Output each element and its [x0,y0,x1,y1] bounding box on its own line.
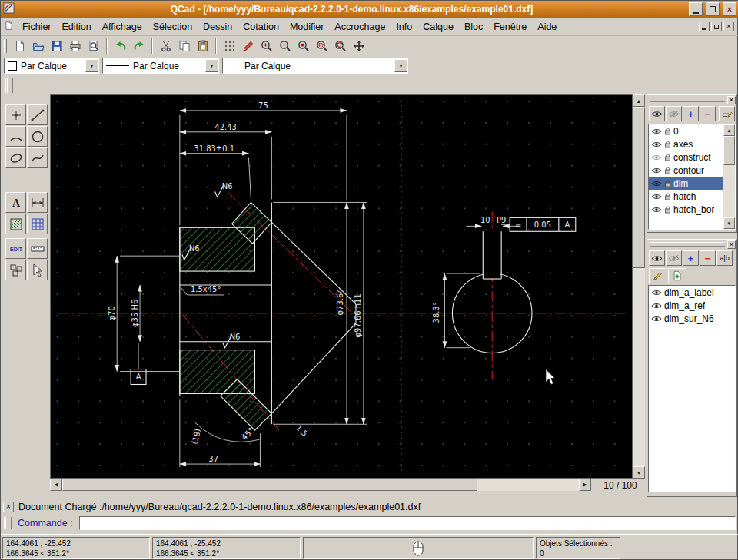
add-layer-button[interactable]: + [683,106,699,121]
show-all-layers-button[interactable] [649,106,665,121]
paste-button[interactable] [194,38,211,55]
tools-drag-handle[interactable] [5,78,13,93]
menu-info[interactable]: Info [391,19,417,35]
horizontal-scrollbar[interactable]: ◀ ▶ [50,479,591,491]
menu-fenetre[interactable]: Fenêtre [488,19,532,35]
block-row[interactable]: dim_a_ref [649,299,735,312]
color-combobox[interactable]: Par Calque ▼ [4,58,99,74]
mdi-restore-button[interactable] [711,22,722,31]
toolbar-drag-handle[interactable] [4,39,7,53]
chevron-down-icon[interactable]: ▼ [85,59,98,72]
layer-row[interactable]: hatch [649,190,735,203]
block-row[interactable]: dim_sur_N6 [649,312,735,325]
add-block-button[interactable]: + [683,250,699,266]
zoom-in-button[interactable] [258,38,275,55]
menu-calque[interactable]: Calque [417,19,459,35]
arc-tool-button[interactable] [5,126,26,147]
layer-row[interactable]: axes [649,138,735,151]
vertical-scrollbar-thumb[interactable] [633,107,645,268]
block-panel-titlebar[interactable]: × [647,240,736,249]
layer-panel-titlebar[interactable]: × [647,95,736,104]
scroll-left-icon[interactable]: ◀ [50,479,62,491]
menu-aide[interactable]: Aide [532,19,562,35]
padlock-icon[interactable] [664,193,671,200]
new-file-button[interactable] [11,38,28,55]
image-tool-button[interactable] [27,214,48,234]
mdi-close-button[interactable]: × [723,22,734,31]
insert-block-button[interactable] [668,268,686,283]
copy-button[interactable] [175,38,193,55]
eye-icon[interactable] [651,315,662,323]
hide-all-blocks-button[interactable] [666,250,682,266]
linetype-combobox[interactable]: Par Calque ▼ [102,58,219,74]
menu-modifier[interactable]: Modifier [284,19,329,35]
edit-block-button[interactable] [649,268,667,283]
print-button[interactable] [66,38,84,55]
menu-edition[interactable]: Edition [57,19,97,35]
menu-bloc[interactable]: Bloc [459,19,488,35]
block-tool-button[interactable] [5,260,26,280]
remove-layer-button[interactable]: − [700,106,716,121]
rename-block-button[interactable]: a|b [716,250,733,266]
mdi-minimize-button[interactable] [699,22,710,31]
circle-tool-button[interactable] [27,126,48,147]
menu-fichier[interactable]: Fichier [17,19,57,35]
menu-dessin[interactable]: Dessin [198,19,238,35]
eye-icon[interactable] [651,193,662,200]
zoom-window-button[interactable] [313,38,331,55]
titlebar[interactable]: QCad - [/home/yyy/Bureau/qcad-2.2.2.0-1-… [1,1,738,18]
eye-icon[interactable] [651,167,662,174]
ellipse-tool-button[interactable] [5,147,26,168]
text-tool-button[interactable]: A [5,192,26,213]
layer-list-scrollbar[interactable]: ▲ ▼ [723,124,735,229]
minimize-button[interactable] [689,2,703,16]
eye-icon[interactable] [651,206,662,214]
eye-icon[interactable] [651,289,662,297]
eye-closed-icon[interactable] [651,154,662,161]
horizontal-scrollbar-thumb[interactable] [62,479,477,491]
cad-drawing[interactable]: .red{stroke:#cf2020;stroke-width:1;strok… [51,95,632,478]
close-button[interactable]: × [723,2,736,16]
linewidth-combobox[interactable]: Par Calque ▼ [222,58,408,74]
chevron-down-icon[interactable]: ▼ [394,59,407,72]
close-icon[interactable]: × [3,502,14,512]
pen-attributes-button[interactable] [239,38,257,55]
redo-button[interactable] [130,38,148,55]
open-file-button[interactable] [29,38,47,55]
drag-handle[interactable] [4,517,12,529]
zoom-out-button[interactable] [276,38,294,55]
drag-handle[interactable] [650,98,725,102]
padlock-icon[interactable] [664,167,671,174]
print-preview-button[interactable] [85,38,102,55]
dimension-tool-button[interactable] [27,192,48,213]
undo-button[interactable] [111,38,129,55]
zoom-redraw-button[interactable] [331,38,349,55]
zoom-auto-button[interactable] [294,38,312,55]
menu-affichage[interactable]: Affichage [97,19,148,35]
layer-row-selected[interactable]: dim [649,177,735,190]
cut-button[interactable] [157,38,175,55]
padlock-icon[interactable] [664,128,671,135]
hatch-tool-button[interactable] [5,214,26,234]
scroll-right-icon[interactable]: ▶ [579,479,591,491]
padlock-icon[interactable] [664,141,671,148]
layer-row[interactable]: hatch_bor [649,203,735,216]
scroll-down-icon[interactable]: ▼ [633,466,645,479]
layer-row[interactable]: construct [649,151,735,164]
edit-layer-button[interactable] [719,106,735,121]
show-all-blocks-button[interactable] [649,250,665,266]
eye-icon[interactable] [651,180,662,187]
drawing-canvas[interactable]: .red{stroke:#cf2020;stroke-width:1;strok… [50,94,633,479]
edit-tool-button[interactable]: EDIT [5,238,26,259]
maximize-button[interactable] [706,2,720,16]
vertical-scrollbar[interactable]: ▲ ▼ [633,94,645,479]
scroll-down-icon[interactable]: ▼ [723,217,735,229]
save-button[interactable] [48,38,65,55]
menu-cotation[interactable]: Cotation [238,19,284,35]
spline-tool-button[interactable] [27,147,48,168]
scroll-up-icon[interactable]: ▲ [633,94,645,107]
scroll-up-icon[interactable]: ▲ [723,124,735,136]
line-tool-button[interactable] [27,104,48,125]
point-tool-button[interactable] [5,104,26,125]
document-icon[interactable] [4,20,14,33]
